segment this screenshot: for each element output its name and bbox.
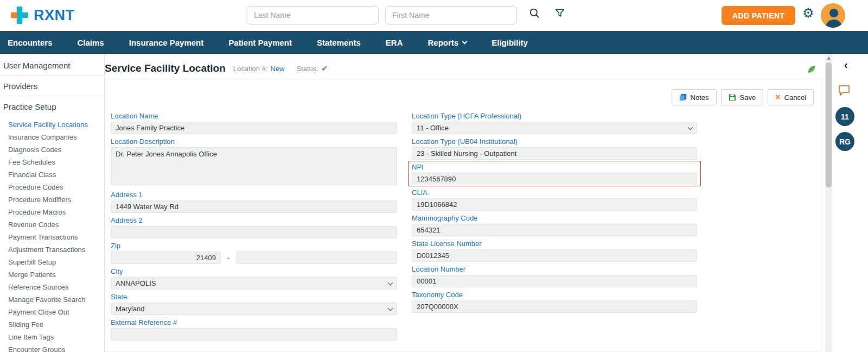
sidebar-item-procedure-macros[interactable]: Procedure Macros xyxy=(8,206,104,218)
sidebar-item-procedure-codes[interactable]: Procedure Codes xyxy=(8,181,104,193)
rxnt-logo[interactable]: RXNT xyxy=(10,5,75,25)
address2-input[interactable] xyxy=(111,226,397,238)
chat-icon[interactable] xyxy=(838,84,851,98)
zip-ext-input[interactable] xyxy=(236,252,397,264)
sidebar-item-sliding-fee[interactable]: Sliding Fee xyxy=(8,318,104,331)
field-taxonomy-code: Taxonomy Code xyxy=(412,291,697,313)
field-external-reference: External Reference # xyxy=(111,318,397,341)
nav-encounters[interactable]: Encounters xyxy=(8,38,53,47)
location-name-input[interactable] xyxy=(111,122,397,134)
scrollbar-up-arrow-icon[interactable]: ▲ xyxy=(825,54,832,60)
rxnt-logo-text: RXNT xyxy=(34,7,75,24)
notes-icon xyxy=(679,93,687,101)
state-license-input[interactable] xyxy=(412,249,697,262)
sidebar-item-payment-close-out[interactable]: Payment Close Out xyxy=(8,306,104,318)
sidebar-item-superbill-setup[interactable]: Superbill Setup xyxy=(8,256,104,268)
field-city: City ANNAPOLIS xyxy=(111,267,397,290)
form-grid: Location Name Location Description Dr. P… xyxy=(111,112,816,347)
last-name-input[interactable] xyxy=(247,6,379,24)
page-title: Service Facility Location xyxy=(105,62,226,74)
user-initials-badge[interactable]: RG xyxy=(835,132,854,151)
first-name-input[interactable] xyxy=(385,6,517,24)
notes-button-label: Notes xyxy=(691,93,709,102)
field-state: State Maryland xyxy=(111,293,397,315)
add-patient-button[interactable]: ADD PATIENT xyxy=(722,6,795,25)
external-reference-input[interactable] xyxy=(111,328,397,341)
location-type-hcfa-select[interactable]: 11 - Office xyxy=(412,122,697,134)
nav-patient-payment[interactable]: Patient Payment xyxy=(228,38,292,47)
save-icon xyxy=(729,93,736,101)
notification-count-badge[interactable]: 11 xyxy=(835,107,854,126)
sidebar-item-insurance-companies[interactable]: Insurance Companies xyxy=(8,131,104,143)
chevron-down-icon xyxy=(388,305,393,311)
location-number-field-label: Location Number xyxy=(412,265,697,273)
field-state-license: State License Number xyxy=(412,240,697,262)
location-type-ub04-input[interactable] xyxy=(412,147,697,160)
city-select[interactable]: ANNAPOLIS xyxy=(111,277,397,290)
zip-label: Zip xyxy=(111,242,397,250)
sidebar-item-line-item-tags[interactable]: Line Item Tags xyxy=(8,331,104,343)
vertical-scrollbar[interactable]: ▲ xyxy=(825,54,832,352)
sidebar-section-practice-setup[interactable]: Practice Setup xyxy=(0,96,104,116)
collapse-panel-icon[interactable]: ‹ xyxy=(844,59,848,70)
sidebar-item-revenue-codes[interactable]: Revenue Codes xyxy=(8,218,104,231)
zip-input[interactable] xyxy=(111,252,221,264)
person-icon xyxy=(821,3,845,28)
taxonomy-code-input[interactable] xyxy=(412,300,697,313)
main-nav: Encounters Claims Insurance Payment Pati… xyxy=(0,31,868,54)
location-description-textarea[interactable]: Dr. Peter Jones Annapolis Office xyxy=(111,147,397,185)
nav-insurance-payment[interactable]: Insurance Payment xyxy=(129,38,204,47)
settings-gear-icon[interactable]: ⚙ xyxy=(802,7,814,20)
state-select[interactable]: Maryland xyxy=(111,303,397,315)
sidebar-item-payment-transactions[interactable]: Payment Transactions xyxy=(8,231,104,243)
save-button[interactable]: Save xyxy=(721,89,764,105)
nav-claims[interactable]: Claims xyxy=(78,38,104,47)
user-avatar[interactable] xyxy=(821,3,845,28)
address1-input[interactable] xyxy=(111,200,397,213)
location-type-hcfa-value: 11 - Office xyxy=(417,124,449,132)
chevron-down-icon xyxy=(462,39,468,44)
cancel-button[interactable]: × Cancel xyxy=(768,89,814,105)
nav-reports-label: Reports xyxy=(428,38,459,47)
mammography-code-input[interactable] xyxy=(412,224,697,236)
sidebar-item-encounter-groups[interactable]: Encounter Groups xyxy=(8,343,104,352)
sidebar-item-procedure-modifiers[interactable]: Procedure Modifiers xyxy=(8,193,104,206)
sidebar-item-manage-favorite-search[interactable]: Manage Favorite Search xyxy=(8,293,104,306)
field-address1: Address 1 xyxy=(111,191,397,213)
filter-funnel-icon xyxy=(554,8,565,18)
field-location-number: Location Number xyxy=(412,265,697,287)
sidebar-item-reference-sources[interactable]: Reference Sources xyxy=(8,281,104,293)
city-label: City xyxy=(111,267,397,275)
location-number-input[interactable] xyxy=(412,275,697,287)
location-number-label: Location #: xyxy=(233,65,268,73)
form-right-column: Location Type (HCFA Professional) 11 - O… xyxy=(412,112,697,344)
sidebar-section-providers[interactable]: Providers xyxy=(0,76,104,96)
field-address2: Address 2 xyxy=(111,216,397,238)
form-panel: Notes Save × Cancel xyxy=(105,79,822,352)
cancel-button-label: Cancel xyxy=(784,93,806,102)
sidebar-section-user-management[interactable]: User Management xyxy=(0,55,104,76)
address2-label: Address 2 xyxy=(111,216,397,224)
external-reference-label: External Reference # xyxy=(111,318,397,326)
sidebar-item-merge-patients[interactable]: Merge Patients xyxy=(8,268,104,281)
sidebar-item-service-facility-locations[interactable]: Service Facility Locations xyxy=(8,118,104,131)
sidebar-item-financial-class[interactable]: Financial Class xyxy=(8,168,104,181)
field-location-type-ub04: Location Type (UB04 Institutional) xyxy=(412,137,697,160)
form-left-column: Location Name Location Description Dr. P… xyxy=(111,112,397,344)
notes-button[interactable]: Notes xyxy=(672,89,717,105)
nav-reports[interactable]: Reports xyxy=(428,38,467,47)
nav-eligibility[interactable]: Eligibility xyxy=(492,38,528,47)
sidebar-item-adjustment-transactions[interactable]: Adjustment Transactions xyxy=(8,243,104,256)
scrollbar-thumb[interactable] xyxy=(826,62,832,187)
sidebar-item-diagnosis-codes[interactable]: Diagnosis Codes xyxy=(8,143,104,156)
nav-era[interactable]: ERA xyxy=(386,38,403,47)
nav-statements[interactable]: Statements xyxy=(317,38,361,47)
filter-button[interactable] xyxy=(554,8,565,20)
sidebar: User Management Providers Practice Setup… xyxy=(0,54,105,352)
practice-setup-items: Service Facility Locations Insurance Com… xyxy=(0,118,104,352)
taxonomy-code-label: Taxonomy Code xyxy=(412,291,697,299)
search-button[interactable] xyxy=(529,8,540,21)
clia-input[interactable] xyxy=(412,198,697,211)
sidebar-item-fee-schedules[interactable]: Fee Schedules xyxy=(8,156,104,168)
npi-input[interactable] xyxy=(412,173,697,185)
